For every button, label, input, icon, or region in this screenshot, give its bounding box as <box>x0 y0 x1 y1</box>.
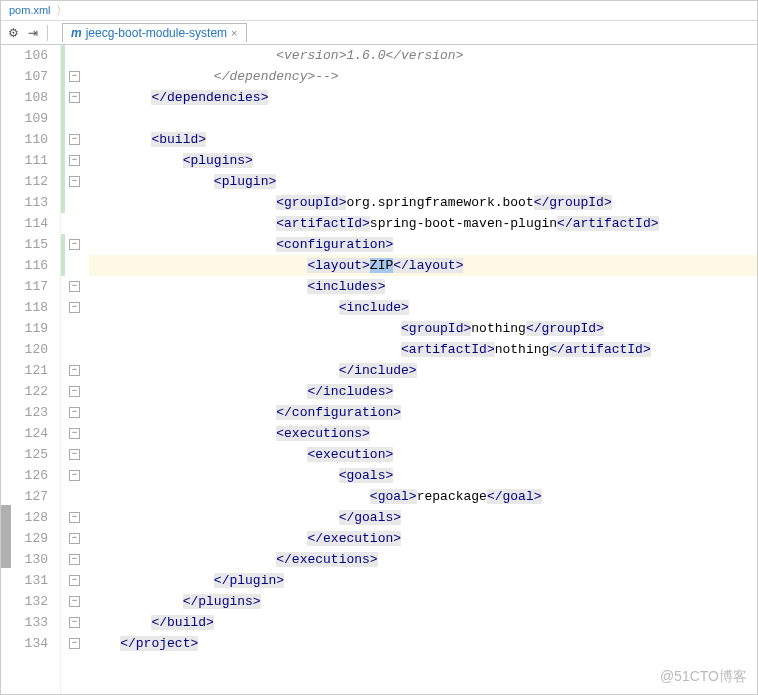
fold-toggle-icon[interactable]: − <box>69 281 80 292</box>
code-line[interactable]: </plugin> <box>89 570 757 591</box>
code-line[interactable]: <plugins> <box>89 150 757 171</box>
fold-toggle-icon[interactable]: − <box>69 134 80 145</box>
code-line[interactable]: </executions> <box>89 549 757 570</box>
line-number: 125 <box>1 444 48 465</box>
line-number: 106 <box>1 45 48 66</box>
line-number: 131 <box>1 570 48 591</box>
fold-toggle-icon[interactable]: − <box>69 638 80 649</box>
line-number: 112 <box>1 171 48 192</box>
editor[interactable]: 1061071081091101111121131141151161171181… <box>1 45 757 694</box>
fold-toggle-icon[interactable]: − <box>69 92 80 103</box>
code-line[interactable]: </includes> <box>89 381 757 402</box>
code-line[interactable]: <version>1.6.0</version> <box>89 45 757 66</box>
toolbar: ⚙ ⇥ m jeecg-boot-module-system × <box>1 21 757 45</box>
line-number: 123 <box>1 402 48 423</box>
code-line[interactable]: </include> <box>89 360 757 381</box>
line-number: 133 <box>1 612 48 633</box>
code-line[interactable]: <goal>repackage</goal> <box>89 486 757 507</box>
line-number: 122 <box>1 381 48 402</box>
line-number: 115 <box>1 234 48 255</box>
code-line[interactable]: </plugins> <box>89 591 757 612</box>
code-line[interactable]: </dependency>--> <box>89 66 757 87</box>
close-icon[interactable]: × <box>231 27 237 39</box>
line-number: 126 <box>1 465 48 486</box>
fold-toggle-icon[interactable]: − <box>69 533 80 544</box>
gear-icon[interactable]: ⚙ <box>5 25 21 41</box>
code-line[interactable]: <artifactId>spring-boot-maven-plugin</ar… <box>89 213 757 234</box>
code-area[interactable]: <version>1.6.0</version> </dependency>--… <box>85 45 757 694</box>
breadcrumb: pom.xml 〉 <box>1 1 757 21</box>
line-gutter: 1061071081091101111121131141151161171181… <box>1 45 61 694</box>
code-line[interactable]: <include> <box>89 297 757 318</box>
fold-toggle-icon[interactable]: − <box>69 155 80 166</box>
line-number: 110 <box>1 129 48 150</box>
line-number: 113 <box>1 192 48 213</box>
code-line[interactable]: </build> <box>89 612 757 633</box>
fold-toggle-icon[interactable]: − <box>69 407 80 418</box>
line-number: 116 <box>1 255 48 276</box>
fold-toggle-icon[interactable]: − <box>69 596 80 607</box>
line-number: 114 <box>1 213 48 234</box>
fold-toggle-icon[interactable]: − <box>69 449 80 460</box>
code-line[interactable]: </execution> <box>89 528 757 549</box>
line-number: 118 <box>1 297 48 318</box>
line-number: 132 <box>1 591 48 612</box>
code-line[interactable]: </goals> <box>89 507 757 528</box>
line-number: 107 <box>1 66 48 87</box>
maven-icon: m <box>71 26 82 40</box>
code-line[interactable]: <execution> <box>89 444 757 465</box>
line-number: 109 <box>1 108 48 129</box>
code-line[interactable] <box>89 108 757 129</box>
code-line[interactable]: <configuration> <box>89 234 757 255</box>
line-number: 117 <box>1 276 48 297</box>
line-number: 119 <box>1 318 48 339</box>
code-line[interactable]: <includes> <box>89 276 757 297</box>
fold-toggle-icon[interactable]: − <box>69 470 80 481</box>
code-line[interactable]: <layout>ZIP</layout> <box>89 255 757 276</box>
fold-toggle-icon[interactable]: − <box>69 428 80 439</box>
code-line[interactable]: <artifactId>nothing</artifactId> <box>89 339 757 360</box>
tab-label: jeecg-boot-module-system <box>86 26 227 40</box>
line-number: 127 <box>1 486 48 507</box>
code-line[interactable]: </configuration> <box>89 402 757 423</box>
toggle-icon[interactable]: ⇥ <box>25 25 41 41</box>
fold-toggle-icon[interactable]: − <box>69 617 80 628</box>
fold-toggle-icon[interactable]: − <box>69 575 80 586</box>
line-number: 134 <box>1 633 48 654</box>
code-line[interactable]: </project> <box>89 633 757 654</box>
code-line[interactable]: <build> <box>89 129 757 150</box>
chevron-right-icon: 〉 <box>56 4 67 16</box>
code-line[interactable]: <plugin> <box>89 171 757 192</box>
line-number: 121 <box>1 360 48 381</box>
fold-toggle-icon[interactable]: − <box>69 365 80 376</box>
code-line[interactable]: <groupId>nothing</groupId> <box>89 318 757 339</box>
code-line[interactable]: </dependencies> <box>89 87 757 108</box>
fold-toggle-icon[interactable]: − <box>69 302 80 313</box>
line-number: 111 <box>1 150 48 171</box>
code-line[interactable]: <goals> <box>89 465 757 486</box>
fold-toggle-icon[interactable]: − <box>69 386 80 397</box>
line-number: 124 <box>1 423 48 444</box>
fold-toggle-icon[interactable]: − <box>69 512 80 523</box>
fold-toggle-icon[interactable]: − <box>69 239 80 250</box>
line-number: 120 <box>1 339 48 360</box>
breadcrumb-file[interactable]: pom.xml <box>9 4 51 16</box>
fold-gutter: −−−−−−−−−−−−−−−−−−−−− <box>67 45 85 694</box>
separator <box>47 25 48 41</box>
code-line[interactable]: <executions> <box>89 423 757 444</box>
fold-toggle-icon[interactable]: − <box>69 554 80 565</box>
line-number: 108 <box>1 87 48 108</box>
fold-toggle-icon[interactable]: − <box>69 176 80 187</box>
fold-toggle-icon[interactable]: − <box>69 71 80 82</box>
code-line[interactable]: <groupId>org.springframework.boot</group… <box>89 192 757 213</box>
tab-module[interactable]: m jeecg-boot-module-system × <box>62 23 247 42</box>
